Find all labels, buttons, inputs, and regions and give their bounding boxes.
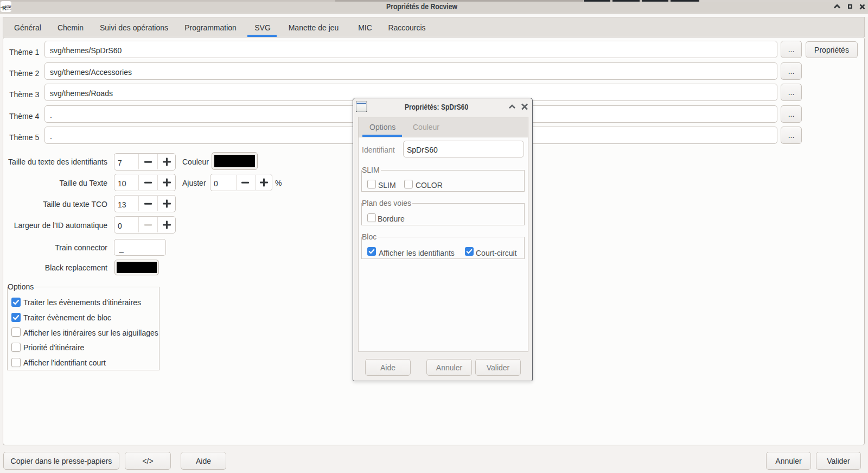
svg-text:ocrail: ocrail: [5, 4, 12, 8]
svg-text:model railroad: model railroad: [5, 8, 12, 10]
